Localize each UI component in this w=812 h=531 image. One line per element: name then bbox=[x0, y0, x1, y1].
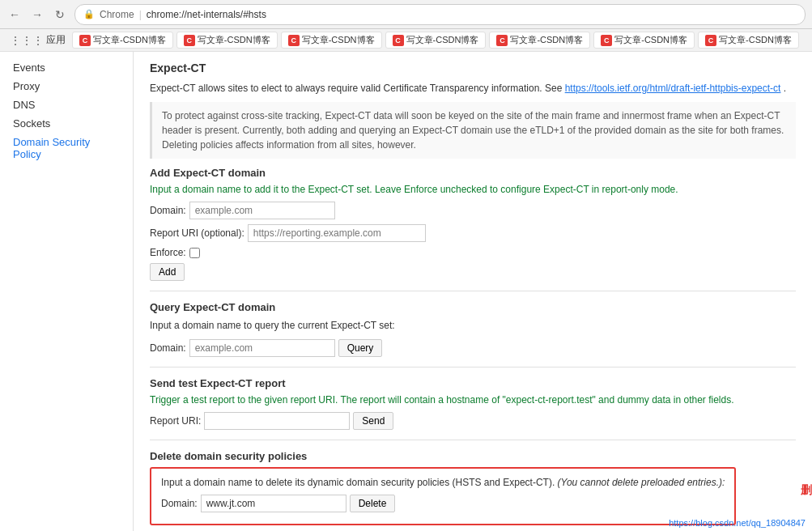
browser-toolbar: ← → ↻ 🔒 Chrome | chrome://net-internals/… bbox=[0, 0, 812, 29]
bookmark-favicon: C bbox=[288, 35, 300, 46]
divider-1 bbox=[150, 291, 796, 291]
delete-domain-input[interactable] bbox=[201, 495, 346, 512]
sidebar-item-domain-security[interactable]: Domain Security Policy bbox=[0, 133, 133, 164]
delete-section: Delete domain security policies Input a … bbox=[150, 450, 796, 525]
secure-icon: 🔒 bbox=[83, 9, 95, 19]
enforce-label: Enforce: bbox=[150, 247, 186, 258]
main-desc-text: Expect-CT allows sites to elect to alway… bbox=[150, 83, 565, 94]
bookmark-item[interactable]: C 写文章-CSDN博客 bbox=[281, 32, 382, 49]
delete-section-title: Delete domain security policies bbox=[150, 450, 796, 462]
apps-icon: ⋮⋮⋮ bbox=[10, 34, 44, 47]
add-report-uri-row: Report URI (optional): bbox=[150, 224, 796, 242]
bookmark-label: 写文章-CSDN博客 bbox=[406, 34, 479, 46]
delete-section-box: Input a domain name to delete its dynami… bbox=[150, 467, 736, 525]
bookmark-label: 写文章-CSDN博客 bbox=[614, 34, 687, 46]
delete-button[interactable]: Delete bbox=[350, 495, 396, 512]
bookmark-item[interactable]: C 写文章-CSDN博客 bbox=[72, 32, 173, 49]
send-button[interactable]: Send bbox=[353, 412, 393, 430]
bookmarks-bar: ⋮⋮⋮ 应用 C 写文章-CSDN博客 C 写文章-CSDN博客 C 写文章-C… bbox=[0, 29, 812, 52]
sidebar-item-proxy[interactable]: Proxy bbox=[0, 77, 133, 96]
bookmark-item[interactable]: C 写文章-CSDN博客 bbox=[176, 32, 278, 49]
send-section-title: Send test Expect-CT report bbox=[150, 377, 796, 389]
sidebar-item-sockets[interactable]: Sockets bbox=[0, 114, 133, 133]
delete-hint-note: (You cannot delete preloaded entries.): bbox=[558, 477, 725, 488]
info-box: To protect against cross-site tracking, … bbox=[150, 102, 796, 159]
info-text: To protect against cross-site tracking, … bbox=[162, 110, 784, 151]
add-report-uri-label: Report URI (optional): bbox=[150, 227, 244, 239]
bookmark-label: 写文章-CSDN博客 bbox=[510, 34, 583, 46]
delete-domain-row: Domain: Delete bbox=[161, 495, 725, 512]
bookmark-favicon: C bbox=[79, 35, 91, 46]
send-report-uri-input[interactable] bbox=[204, 412, 350, 430]
add-section-title: Add Expect-CT domain bbox=[150, 167, 796, 179]
send-section-hint: Trigger a test report to the given repor… bbox=[150, 394, 796, 406]
apps-button[interactable]: ⋮⋮⋮ 应用 bbox=[6, 32, 69, 49]
main-title: Expect-CT bbox=[150, 62, 796, 74]
delete-hint-text: Input a domain name to delete its dynami… bbox=[161, 477, 558, 488]
bookmark-item[interactable]: C 写文章-CSDN博客 bbox=[698, 32, 799, 49]
bookmark-item[interactable]: C 写文章-CSDN博客 bbox=[593, 32, 695, 49]
divider-2 bbox=[150, 367, 796, 367]
delete-annotation: 删除之后,重启浏览器 bbox=[801, 483, 812, 498]
send-report-uri-row: Report URI: Send bbox=[150, 412, 796, 430]
content-area: Expect-CT Expect-CT allows sites to elec… bbox=[134, 52, 812, 531]
enforce-row: Enforce: bbox=[150, 247, 796, 258]
reload-button[interactable]: ↻ bbox=[52, 6, 68, 23]
bookmark-item[interactable]: C 写文章-CSDN博客 bbox=[385, 32, 487, 49]
enforce-checkbox[interactable] bbox=[189, 248, 200, 258]
query-button[interactable]: Query bbox=[338, 339, 383, 357]
query-domain-row: Domain: Query bbox=[150, 339, 796, 357]
add-section-hint: Input a domain name to add it to the Exp… bbox=[150, 184, 796, 195]
bookmark-favicon: C bbox=[184, 35, 195, 46]
delete-domain-label: Domain: bbox=[161, 498, 198, 509]
bookmark-label: 写文章-CSDN博客 bbox=[93, 34, 166, 46]
browser-name: Chrome bbox=[100, 9, 134, 20]
main-desc: Expect-CT allows sites to elect to alway… bbox=[150, 81, 796, 96]
bookmark-favicon: C bbox=[601, 35, 612, 46]
query-section: Query Expect-CT domain Input a domain na… bbox=[150, 301, 796, 357]
query-section-title: Query Expect-CT domain bbox=[150, 301, 796, 313]
query-domain-input[interactable] bbox=[189, 339, 335, 357]
add-section: Add Expect-CT domain Input a domain name… bbox=[150, 167, 796, 281]
divider-3 bbox=[150, 440, 796, 440]
main-layout: Events Proxy DNS Sockets Domain Security… bbox=[0, 52, 812, 531]
bookmark-favicon: C bbox=[705, 35, 716, 46]
bookmark-label: 写文章-CSDN博客 bbox=[302, 34, 375, 46]
url-text: chrome://net-internals/#hsts bbox=[147, 9, 266, 20]
footer-link[interactable]: https://blog.csdn.net/qq_18904847 bbox=[669, 518, 806, 528]
sidebar-item-dns[interactable]: DNS bbox=[0, 96, 133, 114]
bookmark-label: 写文章-CSDN博客 bbox=[719, 34, 792, 46]
forward-button[interactable]: → bbox=[29, 6, 45, 23]
add-button[interactable]: Add bbox=[150, 263, 185, 281]
add-domain-row: Domain: bbox=[150, 202, 796, 219]
query-domain-label: Domain: bbox=[150, 342, 186, 354]
sidebar: Events Proxy DNS Sockets Domain Security… bbox=[0, 52, 134, 531]
send-section: Send test Expect-CT report Trigger a tes… bbox=[150, 377, 796, 430]
bookmark-favicon: C bbox=[496, 35, 508, 46]
expect-ct-link[interactable]: https://tools.ietf.org/html/draft-ietf-h… bbox=[565, 83, 781, 94]
apps-label: 应用 bbox=[46, 33, 66, 47]
address-bar[interactable]: 🔒 Chrome | chrome://net-internals/#hsts bbox=[74, 4, 806, 25]
add-button-row: Add bbox=[150, 263, 796, 281]
sidebar-item-events[interactable]: Events bbox=[0, 58, 133, 77]
back-button[interactable]: ← bbox=[6, 6, 23, 23]
bookmark-label: 写文章-CSDN博客 bbox=[198, 34, 270, 46]
send-report-uri-label: Report URI: bbox=[150, 415, 201, 427]
delete-hint: Input a domain name to delete its dynami… bbox=[161, 475, 725, 490]
bookmark-favicon: C bbox=[393, 35, 404, 46]
add-domain-label: Domain: bbox=[150, 205, 186, 216]
query-section-hint: Input a domain name to query the current… bbox=[150, 318, 796, 333]
add-domain-input[interactable] bbox=[189, 202, 335, 219]
bookmark-item[interactable]: C 写文章-CSDN博客 bbox=[489, 32, 590, 49]
add-report-uri-input[interactable] bbox=[248, 224, 426, 242]
